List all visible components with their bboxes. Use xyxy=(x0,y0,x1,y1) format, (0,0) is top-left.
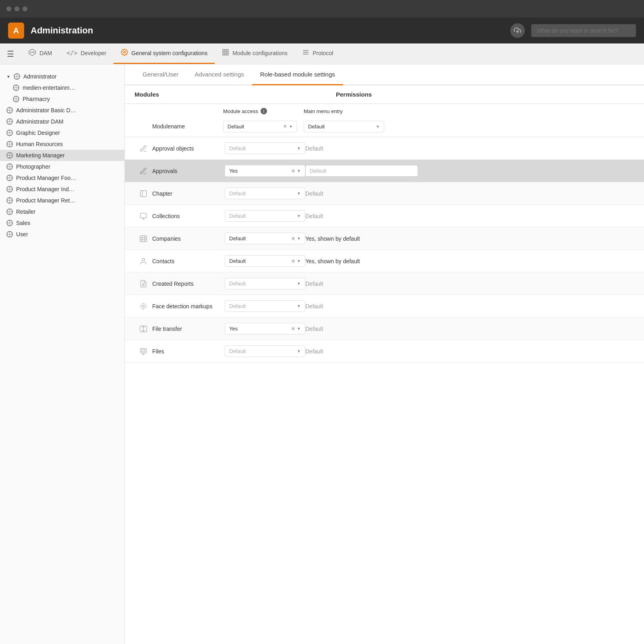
globe-icon xyxy=(6,141,13,147)
clear-icon[interactable]: ✕ xyxy=(283,124,287,129)
tab-dam-label: DAM xyxy=(39,50,52,56)
globe-icon xyxy=(6,152,13,159)
file-transfer-menu: Default xyxy=(305,322,634,336)
tab-developer[interactable]: </> Developer xyxy=(59,43,114,64)
module-icon-cell xyxy=(135,166,152,176)
module-icon-cell xyxy=(135,301,152,311)
contacts-icon xyxy=(139,256,148,266)
sidebar-item-user[interactable]: User xyxy=(0,229,124,240)
sidebar-label-pm-ret: Product Manager Ret… xyxy=(16,197,75,204)
companies-icon xyxy=(139,234,148,244)
sidebar-item-photographer[interactable]: Photographer xyxy=(0,161,124,172)
chevron-down-icon: ▼ xyxy=(376,124,380,129)
face-detection-access: Default ▼ xyxy=(225,297,305,315)
module-icon-cell xyxy=(135,324,152,334)
svg-rect-30 xyxy=(141,348,147,353)
sidebar-item-pharmacry[interactable]: Pharmacry xyxy=(0,93,124,105)
face-detection-menu: Default xyxy=(305,299,634,313)
tab-role-based[interactable]: Role-based module settings xyxy=(252,64,343,85)
created-reports-dropdown[interactable]: Default ▼ xyxy=(225,278,305,289)
chevron-down-icon: ▼ xyxy=(6,74,10,79)
svg-rect-6 xyxy=(223,53,225,55)
approvals-name: Approvals xyxy=(152,168,225,174)
protocol-icon xyxy=(302,49,309,58)
collections-menu: Default xyxy=(305,209,634,223)
sidebar: ▼ Administrator medien-entertainm… Pharm… xyxy=(0,64,125,644)
gear-icon xyxy=(121,49,128,58)
content-area: General/User Advanced settings Role-base… xyxy=(125,64,644,644)
chapter-icon xyxy=(139,189,148,198)
sidebar-item-admin-dam[interactable]: Administrator DAM xyxy=(0,116,124,127)
globe-icon xyxy=(6,208,13,215)
globe-icon xyxy=(6,197,13,204)
sidebar-label-admin-dam: Administrator DAM xyxy=(16,118,63,125)
contacts-access: Default ✕ ▼ xyxy=(225,252,305,270)
file-transfer-name: File transfer xyxy=(152,326,225,332)
approval-objects-menu: Default xyxy=(305,142,634,155)
globe-icon xyxy=(6,220,13,226)
clear-icon[interactable]: ✕ xyxy=(291,326,295,332)
table-row: Collections Default ▼ Default xyxy=(125,205,644,227)
chevron-down-icon: ▼ xyxy=(297,214,301,218)
approval-objects-icon xyxy=(139,144,148,153)
clear-icon[interactable]: ✕ xyxy=(291,258,295,264)
search-input[interactable] xyxy=(531,24,636,37)
sidebar-item-admin-basic[interactable]: Administrator Basic D… xyxy=(0,105,124,116)
clear-icon[interactable]: ✕ xyxy=(291,168,295,174)
sidebar-item-pm-ind[interactable]: Product Manager Ind… xyxy=(0,184,124,195)
module-icon-cell xyxy=(135,279,152,289)
chapter-access: Default ▼ xyxy=(225,184,305,202)
sidebar-item-graphic-designer[interactable]: Graphic Designer xyxy=(0,127,124,138)
svg-point-19 xyxy=(142,258,145,261)
collections-dropdown[interactable]: Default ▼ xyxy=(225,210,305,222)
clear-icon[interactable]: ✕ xyxy=(291,236,295,242)
globe-icon xyxy=(6,231,13,237)
chapter-dropdown[interactable]: Default ▼ xyxy=(225,188,305,199)
companies-dropdown[interactable]: Default ✕ ▼ xyxy=(225,233,305,244)
sidebar-item-sales[interactable]: Sales xyxy=(0,217,124,229)
logo-letter: A xyxy=(13,26,19,35)
sidebar-item-retailer[interactable]: Retailer xyxy=(0,206,124,217)
contacts-name: Contacts xyxy=(152,258,225,264)
sidebar-item-pm-ret[interactable]: Product Manager Ret… xyxy=(0,195,124,206)
tab-module[interactable]: Module configurations xyxy=(215,43,295,64)
upload-button[interactable] xyxy=(510,23,525,38)
files-icon xyxy=(139,347,148,356)
chevron-down-icon: ▼ xyxy=(289,124,293,129)
svg-rect-4 xyxy=(223,50,225,52)
sidebar-item-marketing-manager[interactable]: Marketing Manager xyxy=(0,150,124,161)
chapter-name: Chapter xyxy=(152,190,225,197)
approvals-menu-dropdown[interactable]: Default xyxy=(305,165,418,177)
sidebar-item-pm-foo[interactable]: Product Manager Foo… xyxy=(0,172,124,184)
sidebar-label-retailer: Retailer xyxy=(16,208,35,215)
contacts-dropdown[interactable]: Default ✕ ▼ xyxy=(225,255,305,267)
files-name: Files xyxy=(152,348,225,355)
globe-icon xyxy=(13,85,19,91)
files-dropdown[interactable]: Default ▼ xyxy=(225,345,305,357)
table-body: Approval objects Default ▼ Default xyxy=(125,137,644,644)
module-icon xyxy=(222,49,229,58)
tab-dam[interactable]: DAM DAM xyxy=(21,43,59,64)
file-transfer-dropdown[interactable]: Yes ✕ ▼ xyxy=(225,323,305,334)
approval-objects-name: Approval objects xyxy=(152,145,225,152)
table-row: Created Reports Default ▼ Default xyxy=(125,272,644,295)
face-detection-dropdown[interactable]: Default ▼ xyxy=(225,300,305,312)
module-icon-cell xyxy=(135,211,152,221)
menu-button[interactable]: ☰ xyxy=(0,43,21,64)
info-icon[interactable]: i xyxy=(261,108,267,114)
created-reports-menu: Default xyxy=(305,277,634,291)
tab-general[interactable]: General system configurations xyxy=(114,43,215,64)
table-row: Files Default ▼ Default xyxy=(125,340,644,363)
globe-icon xyxy=(14,73,20,80)
tab-general-user[interactable]: General/User xyxy=(135,64,186,85)
sidebar-item-human-resources[interactable]: Human Resources xyxy=(0,138,124,150)
approval-objects-dropdown[interactable]: Default ▼ xyxy=(225,142,305,154)
tab-advanced-settings[interactable]: Advanced settings xyxy=(186,64,252,85)
sidebar-item-medien[interactable]: medien-entertainm… xyxy=(0,82,124,93)
approvals-dropdown[interactable]: Yes ✕ ▼ xyxy=(225,165,305,177)
modulename-access-dropdown[interactable]: Default ✕ ▼ xyxy=(223,121,297,132)
companies-access: Default ✕ ▼ xyxy=(225,229,305,248)
modulename-menu-dropdown[interactable]: Default ▼ xyxy=(304,121,384,132)
tab-protocol[interactable]: Protocol xyxy=(295,43,340,64)
sidebar-item-administrator[interactable]: ▼ Administrator xyxy=(0,71,124,82)
